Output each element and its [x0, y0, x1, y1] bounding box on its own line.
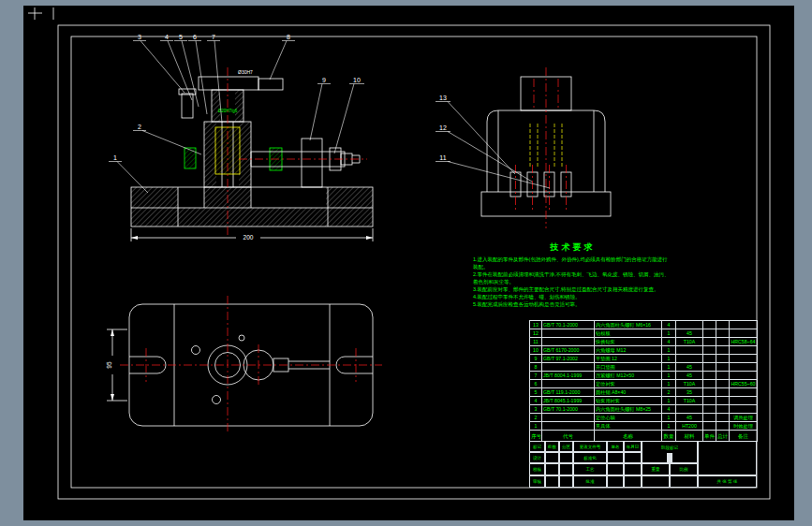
- bom-row: 9 GB/T 97.1-2002 平垫圈 12 1: [530, 355, 758, 363]
- bom-cell-qty: 1: [662, 372, 676, 380]
- tech-req-line: 2.零件在装配前必须清理和清洗干净,不得有毛刺、飞边、氧化皮、锈蚀、切屑、油污、…: [473, 271, 672, 286]
- bom-cell-no: 10: [530, 346, 542, 355]
- bom-table: 13 GB/T 70.1-2000 内六角圆柱头螺钉 M6×16 4 12 钻模…: [529, 320, 757, 442]
- svg-text:2: 2: [138, 124, 141, 130]
- technical-requirements: 技术要求 1.进入装配的零件及部件(包括外购件、外协件),均必须具有检验部门的合…: [473, 241, 672, 309]
- bom-cell-qty: 1: [662, 397, 676, 405]
- trim-marks: [28, 7, 53, 20]
- bom-cell-material: 45: [676, 372, 703, 380]
- tb-stage-label: 阶段标记: [661, 442, 678, 453]
- balloon-12: 12: [436, 124, 532, 183]
- drill-bushings: [510, 172, 571, 197]
- bom-cell-qty: 1: [662, 355, 676, 363]
- bom-cell-material: [676, 346, 703, 355]
- bom-cell-material: 45: [676, 363, 703, 372]
- svg-text:7: 7: [212, 34, 215, 40]
- bom-cell-code: [542, 414, 595, 422]
- bom-cell-unit: [703, 329, 716, 338]
- bom-cell-unit: [703, 338, 716, 346]
- bom-cell-no: 7: [530, 372, 542, 380]
- bom-cell-no: 11: [530, 338, 542, 346]
- bom-cell-name: 钻套用衬套: [595, 397, 662, 405]
- balloon-13: 13: [436, 95, 515, 175]
- balloon-9: 9: [310, 77, 331, 141]
- bom-cell-unit: [703, 363, 716, 372]
- bom-cell-total: [716, 397, 730, 405]
- bom-cell-code: GB/T 119.1-2000: [542, 388, 595, 397]
- tb-zone-label: 分区: [559, 441, 573, 452]
- plan-view: 95: [106, 296, 382, 434]
- bom-cell-no: 8: [530, 363, 542, 372]
- svg-text:8: 8: [287, 34, 290, 40]
- tb-approve-label: 批准: [573, 475, 607, 488]
- bom-cell-total: [716, 380, 730, 388]
- bom-cell-remark: [730, 329, 758, 338]
- title-block-number: 共 张 第 张: [698, 441, 757, 488]
- tb-scale-label: 比例: [670, 463, 698, 475]
- bom-header-code: 代号: [542, 431, 595, 442]
- balloon-1: 1: [109, 154, 148, 194]
- bom-cell-unit: [703, 355, 716, 363]
- bom-cell-no: 4: [530, 397, 542, 405]
- bom-cell-qty: 1: [662, 422, 676, 431]
- bom-row: 4 JB/T 8045.1-1999 钻套用衬套 1 T10A: [530, 397, 758, 405]
- bom-cell-material: T10A: [676, 338, 703, 346]
- tb-standard-label: 标准化: [573, 452, 607, 463]
- svg-text:6: 6: [193, 34, 197, 40]
- bom-cell-no: 5: [530, 388, 542, 397]
- bom-header-total: 总计: [716, 431, 730, 442]
- tb-count-label: 处数: [545, 441, 559, 452]
- bom-cell-name: 六角螺母 M12: [595, 346, 662, 355]
- fixture-base: [131, 187, 373, 226]
- bom-cell-total: [716, 363, 730, 372]
- bom-cell-total: [716, 405, 730, 414]
- title-block-revisions: 标记 处数 分区 更改文件号 签名 年月日 设计 标准化 校核 工艺 审核 批准: [529, 441, 642, 488]
- bom-cell-material: [676, 321, 703, 329]
- bom-cell-code: JB/T 8045.1-1999: [542, 397, 595, 405]
- bom-cell-unit: [703, 422, 716, 431]
- dim-height-text: 95: [106, 361, 112, 369]
- bom-cell-remark: [730, 388, 758, 397]
- bom-cell-no: 3: [530, 405, 542, 414]
- bom-header-remark: 备注: [730, 431, 758, 442]
- bom-cell-no: 9: [530, 355, 542, 363]
- bom-cell-total: [716, 346, 730, 355]
- bom-row: 7 JB/T 8004.1-1999 压紧螺钉 M12×50 1 45: [530, 372, 758, 380]
- tech-req-line: 4.装配过程中零件不允许磕、碰、划伤和锈蚀。: [473, 294, 672, 301]
- bom-cell-total: [716, 338, 730, 346]
- bom-cell-qty: 1: [662, 329, 676, 338]
- bom-header-row: 序号 代号 名称 数量 材料 单件 总计 备注: [530, 431, 758, 442]
- bom-cell-name: 平垫圈 12: [595, 355, 662, 363]
- bom-cell-material: HT200: [676, 422, 703, 431]
- bom-cell-material: 35: [676, 388, 703, 397]
- bom-cell-code: JB/T 8004.1-1999: [542, 372, 595, 380]
- bom-header-name: 名称: [595, 431, 662, 442]
- bom-row: 8 开口垫圈 1 45: [530, 363, 758, 372]
- svg-text:11: 11: [439, 154, 446, 161]
- bom-cell-total: [716, 372, 730, 380]
- bom-cell-remark: [730, 397, 758, 405]
- tb-process-label: 工艺: [573, 463, 607, 475]
- bom-cell-code: GB/T 70.1-2000: [542, 405, 595, 414]
- bom-cell-no: 6: [530, 380, 542, 388]
- bom-cell-no: 12: [530, 329, 542, 338]
- bom-cell-qty: 2: [662, 388, 676, 397]
- bom-cell-remark: [730, 321, 758, 329]
- bom-cell-total: [716, 355, 730, 363]
- tb-drawing-number-cell: [698, 441, 757, 475]
- bom-cell-name: 压紧螺钉 M12×50: [595, 372, 662, 380]
- balloon-4: 4: [160, 34, 192, 101]
- bom-row: 6 定位衬套 1 T10A HRC55~60: [530, 380, 758, 388]
- svg-text:13: 13: [439, 95, 447, 101]
- svg-text:5: 5: [179, 34, 183, 40]
- bom-cell-code: [542, 329, 595, 338]
- tb-weight-label: 重量: [642, 463, 670, 475]
- svg-text:3: 3: [138, 34, 141, 40]
- bom-cell-code: [542, 380, 595, 388]
- side-centerlines: [516, 67, 567, 228]
- dim-bore-text: Ø30H7: [238, 69, 253, 75]
- bom-cell-total: [716, 388, 730, 397]
- svg-text:1: 1: [113, 154, 117, 161]
- bom-cell-code: [542, 338, 595, 346]
- bom-cell-remark: HRC55~60: [730, 380, 758, 388]
